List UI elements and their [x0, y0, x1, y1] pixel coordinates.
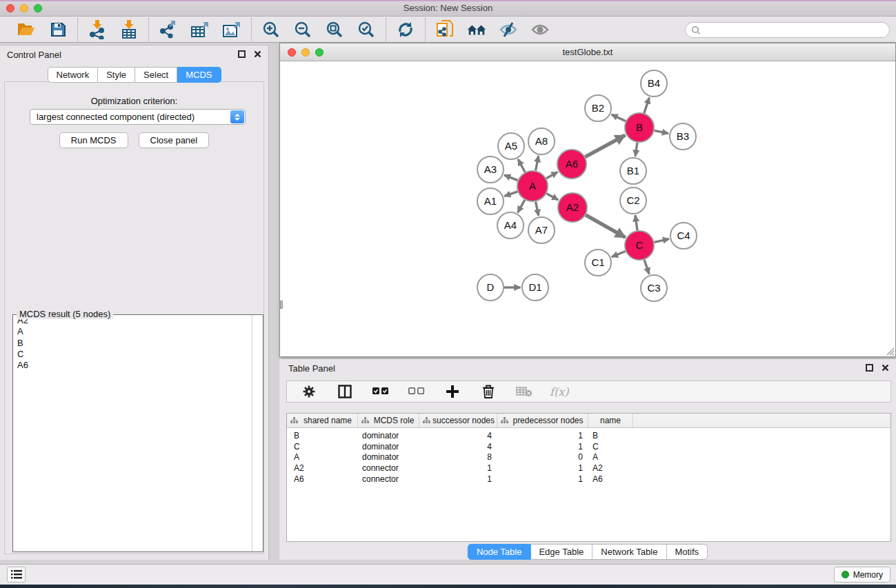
graph-edge-A-A6[interactable] — [546, 172, 557, 179]
graph-edge-B-B4[interactable] — [644, 97, 649, 113]
show-column-icon[interactable] — [335, 381, 355, 402]
graph-node-C2[interactable]: C2 — [620, 187, 646, 214]
graph-node-B2[interactable]: B2 — [585, 95, 611, 121]
close-window-button[interactable] — [6, 4, 14, 12]
splitter-grip[interactable] — [280, 301, 283, 309]
table-row[interactable]: A2connector11A2 — [287, 463, 890, 474]
tab-motifs[interactable]: Motifs — [666, 544, 708, 560]
graph-edge-C-C1[interactable] — [612, 251, 626, 256]
table-settings-gear-icon[interactable] — [299, 381, 319, 402]
table-row[interactable]: A6connector11A6 — [287, 474, 890, 485]
graph-edge-A-A5[interactable] — [518, 159, 525, 172]
graph-edge-A-A1[interactable] — [504, 192, 517, 196]
graph-node-A5[interactable]: A5 — [498, 133, 524, 159]
graph-node-A7[interactable]: A7 — [528, 217, 555, 243]
delete-table-icon[interactable] — [514, 381, 535, 402]
graph-edge-A-A8[interactable] — [536, 156, 539, 170]
tab-network[interactable]: Network — [47, 67, 98, 83]
open-file-icon[interactable] — [16, 19, 37, 40]
maximize-window-button[interactable] — [315, 48, 323, 57]
graph-node-A6[interactable]: A6 — [557, 150, 586, 179]
import-network-icon[interactable] — [87, 19, 108, 40]
network-graph[interactable]: B4B2BB3A5A8A6A3B1AA1C2A2A4A7C4CC1C3DD1 — [280, 61, 895, 356]
graph-node-A1[interactable]: A1 — [477, 188, 504, 214]
import-table-icon[interactable] — [119, 19, 139, 40]
task-history-button[interactable] — [7, 567, 26, 582]
minimize-window-button[interactable] — [301, 48, 310, 57]
unselect-all-columns-icon[interactable] — [406, 381, 427, 402]
zoom-in-icon[interactable] — [261, 19, 281, 40]
close-window-button[interactable] — [288, 48, 296, 57]
graph-edge-A-A4[interactable] — [518, 200, 525, 212]
graph-node-D1[interactable]: D1 — [522, 274, 548, 301]
column-header-shared-name[interactable]: shared name — [287, 414, 358, 427]
create-column-icon[interactable] — [442, 381, 463, 402]
mcds-result-item[interactable]: A6 — [13, 360, 263, 371]
graph-edge-B-B1[interactable] — [635, 143, 637, 156]
graph-edge-C-C4[interactable] — [654, 239, 669, 243]
graph-node-D[interactable]: D — [477, 274, 504, 301]
graph-node-B4[interactable]: B4 — [641, 70, 667, 97]
first-neighbors-icon[interactable] — [466, 19, 487, 40]
mcds-result-item[interactable]: A — [13, 326, 263, 337]
memory-button[interactable]: Memory — [834, 567, 890, 582]
delete-column-icon[interactable] — [478, 381, 499, 402]
refresh-icon[interactable] — [395, 19, 416, 40]
graph-edge-B-B2[interactable] — [611, 114, 626, 121]
zoom-fit-icon[interactable] — [324, 19, 345, 40]
graph-edge-A6-B[interactable] — [585, 135, 625, 156]
graph-edge-C-C3[interactable] — [644, 260, 649, 274]
close-panel-button[interactable]: Close panel — [139, 132, 210, 148]
export-image-icon[interactable] — [221, 19, 242, 40]
graph-node-A[interactable]: A — [517, 171, 548, 201]
graph-node-A8[interactable]: A8 — [528, 128, 555, 154]
function-builder-icon[interactable]: f(x) — [550, 385, 568, 398]
graph-node-C4[interactable]: C4 — [670, 223, 697, 249]
show-all-icon[interactable] — [530, 19, 550, 40]
graph-node-B1[interactable]: B1 — [620, 158, 646, 184]
column-header-predecessor-nodes[interactable]: predecessor nodes — [497, 414, 588, 427]
zoom-out-icon[interactable] — [292, 19, 313, 40]
graph-edge-A-A3[interactable] — [504, 175, 518, 181]
maximize-window-button[interactable] — [34, 4, 42, 12]
float-panel-icon[interactable] — [866, 364, 873, 372]
mcds-result-item[interactable]: B — [13, 338, 263, 349]
minimize-window-button[interactable] — [20, 4, 28, 12]
run-mcds-button[interactable]: Run MCDS — [59, 132, 128, 148]
graph-node-B[interactable]: B — [625, 113, 654, 142]
mcds-result-item[interactable]: C — [13, 349, 263, 360]
graph-node-A4[interactable]: A4 — [497, 212, 524, 239]
export-table-icon[interactable] — [190, 19, 210, 40]
table-row[interactable]: Bdominator41B — [287, 431, 890, 442]
graph-node-A3[interactable]: A3 — [477, 156, 504, 183]
optimization-criterion-dropdown[interactable]: largest connected component (directed) — [30, 109, 246, 125]
tab-node-table[interactable]: Node Table — [468, 544, 531, 560]
search-input[interactable] — [701, 23, 889, 37]
column-header-successor-nodes[interactable]: successor nodes — [419, 414, 497, 427]
clone-network-icon[interactable] — [435, 19, 455, 40]
scrollbar-track[interactable] — [252, 315, 252, 551]
graph-node-B3[interactable]: B3 — [670, 123, 696, 150]
graph-edge-A-A2[interactable] — [546, 194, 558, 200]
tab-select[interactable]: Select — [135, 67, 177, 83]
tab-mcds[interactable]: MCDS — [177, 67, 221, 83]
table-row[interactable]: Adominator80A — [287, 452, 890, 463]
zoom-selected-icon[interactable] — [356, 19, 377, 40]
tab-network-table[interactable]: Network Table — [593, 544, 666, 560]
save-session-icon[interactable] — [48, 19, 68, 40]
search-field[interactable] — [685, 22, 890, 38]
graph-node-A2[interactable]: A2 — [558, 193, 587, 222]
tab-style[interactable]: Style — [98, 67, 135, 83]
close-panel-icon[interactable] — [254, 50, 261, 58]
float-panel-icon[interactable] — [238, 50, 246, 58]
graph-edge-A-A7[interactable] — [536, 202, 539, 216]
select-all-columns-icon[interactable] — [370, 381, 391, 402]
graph-edge-B-B3[interactable] — [655, 130, 668, 133]
tab-edge-table[interactable]: Edge Table — [530, 544, 593, 560]
export-network-icon[interactable] — [158, 19, 179, 40]
graph-node-C1[interactable]: C1 — [585, 250, 611, 276]
graph-node-C[interactable]: C — [625, 231, 654, 260]
table-row[interactable]: Cdominator41C — [287, 442, 890, 453]
hide-selected-icon[interactable] — [498, 19, 519, 40]
graph-node-C3[interactable]: C3 — [641, 275, 667, 301]
